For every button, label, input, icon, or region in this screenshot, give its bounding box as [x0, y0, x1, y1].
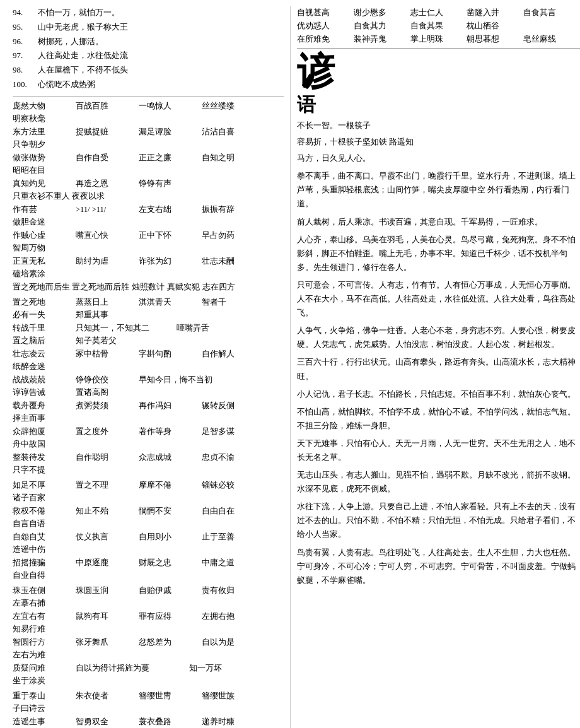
- grid-row: 造谣生事 智勇双全 蓑衣叠路 递养时糠 才以疏财: [13, 715, 284, 728]
- prose-text: 只可意会，不可言传。人有志，竹有节。人有恒心万事成，人无恒心万事崩。人不在大小，…: [297, 278, 580, 320]
- divider: [13, 97, 284, 97]
- grid-cell: 置之不理: [76, 479, 139, 491]
- grid-cell: 正直无私: [13, 255, 76, 267]
- prose-block-2: 拳不离手，曲不离口。早霞不出门，晚霞行千里。逆水行舟，不进则退。墙上芦苇，头重脚…: [297, 169, 580, 211]
- grid-cell: 助纣为虐: [76, 255, 139, 267]
- divider: [297, 48, 580, 49]
- grid-cell: 坐于涂炭: [13, 674, 76, 687]
- item-num: 100.: [13, 78, 38, 91]
- grid-cell: 鼠狗有耳: [76, 610, 139, 623]
- grid-cell: 自食其果: [410, 20, 467, 32]
- grid-cell: 如足不厚: [13, 479, 76, 491]
- grid-cell: 左摹右捕: [13, 597, 76, 609]
- grid-cell: 志士仁人: [410, 6, 467, 19]
- grid-row: 东方法里 捉贼捉赃 漏足谭脸 沾沾自喜 只争朝夕: [13, 126, 284, 151]
- item-num: 95.: [13, 21, 38, 34]
- grid-cell: 整装待发: [13, 451, 76, 464]
- grid-cell: 自以为是: [202, 636, 265, 649]
- grid-row: 重于泰山 朱衣使者 簪缨世冑 簪缨世族 子曰诗云: [13, 690, 284, 715]
- grid-cell: 罪有应得: [139, 610, 202, 623]
- grid-cell: [523, 20, 580, 32]
- grid-section-5: 重于泰山 朱衣使者 簪缨世冑 簪缨世族 子曰诗云 造谣生事 智勇双全 蓑衣叠路 …: [13, 690, 284, 728]
- grid-cell: 财厩之忠: [139, 556, 202, 569]
- prose-text: 小人记仇，君子长志。不怕路长，只怕志短。不怕百事不利，就怕灰心丧气。: [297, 387, 580, 401]
- prose-block-4: 人心齐，泰山移。乌美在羽毛，人美在心灵。鸟尽弓藏，兔死狗烹。身不不怕影斜，脚正不…: [297, 233, 580, 274]
- grid-cell: 忿怒差为: [139, 636, 202, 649]
- prose-block-3: 前人栽树，后人乘凉。书读百遍，其意自现。千军易得，一匠难求。: [297, 215, 580, 229]
- prose-text: 天下无难事，只怕有心人。天无一月雨，人无一世穷。天不生无用之人，地不长无名之草。: [297, 437, 580, 464]
- prose-text: 人心齐，泰山移。乌美在羽毛，人美在心灵。鸟尽弓藏，兔死狗烹。身不不怕影斜，脚正不…: [297, 233, 580, 274]
- grid-row: 置之死地 蒸蒸日上 淇淇青天 智者千 必有一失 郑重其事: [13, 296, 284, 321]
- grid-cell: 仗义执言: [76, 531, 139, 543]
- left-column: 94. 不怕一万，就怕万一。 95. 山中无老虎，猴子称大王 96. 树挪死，人…: [13, 6, 290, 728]
- prose-text: 容易折，十根筷子坚如铁 路遥知: [297, 135, 580, 149]
- grid-cell: 郑重其事: [76, 308, 139, 321]
- grid-cell: 招摇撞骗: [13, 556, 76, 569]
- prose-text: 鸟贵有翼，人贵有志。鸟往明处飞，人往高处去。生人不生胆，力大也枉然。宁可身冷，不…: [297, 546, 580, 587]
- grid-cell: 子曰诗云: [13, 702, 76, 715]
- grid-cell: 转战千里: [13, 322, 76, 334]
- grid-cell: 昭昭在目: [13, 164, 76, 177]
- prose-text: 不长一智。一根筷子: [297, 119, 580, 132]
- prose-block-13: 鸟贵有翼，人贵有志。鸟往明处飞，人往高处去。生人不生胆，力大也枉然。宁可身冷，不…: [297, 546, 580, 587]
- grid-cell: 自食其言: [523, 6, 580, 19]
- prose-block-1: 不长一智。一根筷子 容易折，十根筷子坚如铁 路遥知 马方，日久见人心。: [297, 119, 580, 165]
- grid-cell: 载舟覆舟: [13, 399, 76, 412]
- grid-cell: 左支右绌: [139, 203, 202, 216]
- grid-cell: 责有攸归: [202, 584, 265, 597]
- grid-cell: 正正之廉: [139, 151, 202, 164]
- prose-text: 拳不离手，曲不离口。早霞不出门，晚霞行千里。逆水行舟，不进则退。墙上芦苇，头重脚…: [297, 169, 580, 211]
- grid-cell: 置之脑后: [13, 334, 76, 347]
- section-big-title: 谚: [297, 51, 580, 93]
- prose-text: 人争气，火争焰，佛争一炷香。人老心不老，身穷志不穷。人要心强，树要皮硬。人凭志气…: [297, 324, 580, 351]
- grid-cell: 自以为得计摇旌为蔓: [76, 662, 189, 674]
- grid-cell: 蓑衣叠路: [139, 715, 202, 728]
- grid-cell: 簪缨世族: [202, 690, 265, 702]
- grid-cell: 摩摩不倦: [139, 479, 202, 491]
- grid-cell: 枕山栖谷: [467, 20, 523, 32]
- grid-cell: 凿隧入井: [467, 6, 523, 19]
- grid-cell: 作贼心虚: [13, 229, 76, 242]
- grid-cell: 纸醉金迷: [13, 360, 76, 373]
- two-column-layout: 94. 不怕一万，就怕万一。 95. 山中无老虎，猴子称大王 96. 树挪死，人…: [13, 6, 567, 728]
- right-top-grid: 自视甚高 谢少懋多 志士仁人 凿隧入井 自食其言 优劝惑人 自食其力 自食其果 …: [297, 6, 580, 45]
- item-num: 98.: [13, 64, 38, 77]
- grid-row: 珠玉在侧 珠圆玉润 自贻伊戚 责有攸归 左摹右捕: [13, 584, 284, 609]
- grid-cell: 做胆金迷: [13, 216, 76, 228]
- grid-cell: 明察秋毫: [13, 112, 76, 125]
- prose-text: 无志山压头，有志人搬山。见强不怕，遇弱不欺。月缺不改光，箭折不改钢。水深不见底，…: [297, 468, 580, 496]
- grid-cell: 自知之明: [202, 151, 265, 164]
- prose-text: 三百六十行，行行出状元。山高有攀头，路远有奔头。山高流水长，志大精神旺。: [297, 355, 580, 383]
- grid-cell: 自贻伊戚: [139, 584, 202, 597]
- grid-row: 置之死地而后生 置之死地而后胜 烛照数计 真赋实犯 志在四方: [13, 281, 284, 293]
- grid-cell: 朝思暮想: [467, 33, 523, 45]
- item-content: 心慌吃不成热粥: [38, 78, 284, 91]
- grid-cell: 自用则小: [139, 531, 202, 543]
- grid-section-2: 置之死地 蒸蒸日上 淇淇青天 智者千 必有一失 郑重其事 转战千里 只知其一，不…: [13, 296, 284, 476]
- grid-cell: 珠玉在侧: [13, 584, 76, 597]
- grid-cell: 递养时糠: [202, 715, 265, 728]
- grid-row: 战战兢兢 铮铮佼佼 早知今日，悔不当初 谆谆告诫 置诸高阁: [13, 373, 284, 399]
- grid-cell: 左宜右有: [13, 610, 76, 623]
- grid-cell: 自业自得: [13, 569, 76, 582]
- grid-cell: 作有芸: [13, 203, 76, 216]
- grid-row: 作有芸 >11/ >11/ 左支右绌 振振有辞 做胆金迷: [13, 203, 284, 228]
- grid-cell: 置之死地而后生 置之死地而后胜: [13, 281, 129, 293]
- prose-block-9: 不怕山高，就怕脚软。不怕学不成，就怕心不诚。不怕学问浅，就怕志气短。不担三分险，…: [297, 405, 580, 433]
- grid-cell: 惝惘不安: [139, 505, 202, 517]
- grid-cell: 再作冯妇: [139, 399, 202, 412]
- item-num: 96.: [13, 35, 38, 49]
- grid-row: 真知灼见 再造之恩 铮铮有声 只重衣衫不重人 夜夜以求: [13, 177, 284, 203]
- grid-cell: 自视甚高: [297, 6, 354, 19]
- grid-cell: 庞然大物: [13, 100, 76, 112]
- list-item: 96. 树挪死，人挪活。: [13, 35, 284, 49]
- page-container: 94. 不怕一万，就怕万一。 95. 山中无老虎，猴子称大王 96. 树挪死，人…: [0, 0, 580, 728]
- grid-cell: 志在四方: [200, 281, 235, 293]
- grid-section-4: 珠玉在侧 珠圆玉润 自贻伊戚 责有攸归 左摹右捕 左宜右有 鼠狗有耳 罪有应得 …: [13, 584, 284, 687]
- grid-row: 作贼心虚 嘴直心快 正中下怀 早占勿药 智周万物: [13, 229, 284, 254]
- grid-cell: 铮铮有声: [139, 177, 202, 190]
- grid-cell: >11/ >11/: [76, 203, 139, 216]
- grid-row: 庞然大物 百战百胜 一鸣惊人 丝丝缕缕 明察秋毫: [13, 100, 284, 125]
- prose-block-8: 小人记仇，君子长志。不怕路长，只怕志短。不怕百事不利，就怕灰心丧气。: [297, 387, 580, 401]
- grid-cell: 置诸高阁: [76, 386, 139, 399]
